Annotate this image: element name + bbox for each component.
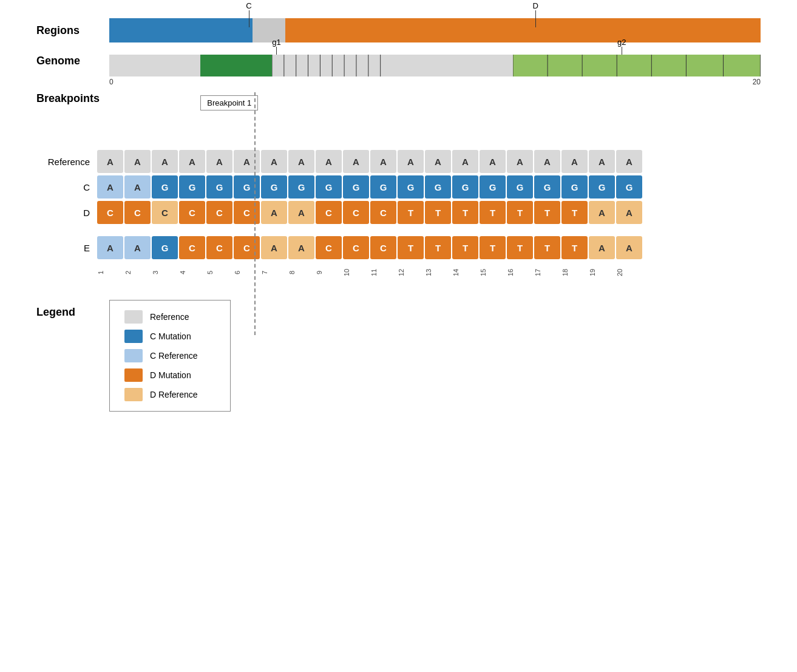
c-cell-10: G bbox=[343, 175, 369, 199]
legend-swatch-0 bbox=[124, 310, 143, 324]
legend-item-4: D Reference bbox=[124, 388, 215, 401]
genome-light-green-ticks bbox=[513, 55, 761, 76]
d-cell-17: T bbox=[534, 201, 560, 224]
e-cell-17: T bbox=[534, 236, 560, 259]
c-cell-11: G bbox=[370, 175, 396, 199]
ref-cell-14: A bbox=[452, 150, 478, 173]
position-labels: 1234567891011121314151617181920 bbox=[97, 263, 761, 282]
ref-cell-5: A bbox=[206, 150, 232, 173]
pos-label-5: 5 bbox=[206, 263, 232, 282]
pos-label-7: 7 bbox=[261, 263, 287, 282]
pos-label-3: 3 bbox=[152, 263, 178, 282]
pos-label-15: 15 bbox=[480, 263, 506, 282]
legend-item-1: C Mutation bbox=[124, 330, 215, 343]
e-cell-15: T bbox=[480, 236, 506, 259]
ref-cell-1: A bbox=[97, 150, 123, 173]
ref-cell-9: A bbox=[316, 150, 342, 173]
reference-label: Reference bbox=[36, 157, 97, 167]
pos-label-13: 13 bbox=[425, 263, 451, 282]
ref-cell-11: A bbox=[370, 150, 396, 173]
genome-dark-green bbox=[200, 55, 272, 76]
connectors-area: Breakpoints Breakpoint 1 .trap{fill:rgba… bbox=[109, 92, 761, 147]
d-cell-11: C bbox=[370, 201, 396, 224]
regions-bar bbox=[109, 18, 761, 42]
ref-cell-16: A bbox=[507, 150, 533, 173]
pos-label-12: 12 bbox=[398, 263, 424, 282]
ref-cell-4: A bbox=[179, 150, 205, 173]
pos-label-8: 8 bbox=[288, 263, 314, 282]
d-label: D bbox=[36, 208, 97, 218]
regions-bar-container: C D bbox=[109, 18, 761, 42]
e-cell-5: C bbox=[206, 236, 232, 259]
pos-label-2: 2 bbox=[124, 263, 151, 282]
legend-label-4: D Reference bbox=[150, 390, 198, 399]
e-cell-14: T bbox=[452, 236, 478, 259]
genome-light-green bbox=[513, 55, 761, 76]
ref-cell-6: A bbox=[234, 150, 260, 173]
d-cell-5: C bbox=[206, 201, 232, 224]
marker-c: C bbox=[246, 1, 251, 27]
legend-box: ReferenceC MutationC ReferenceD Mutation… bbox=[109, 300, 231, 412]
pos-label-4: 4 bbox=[179, 263, 205, 282]
legend-item-3: D Mutation bbox=[124, 368, 215, 382]
e-cell-16: T bbox=[507, 236, 533, 259]
d-cell-12: T bbox=[398, 201, 424, 224]
legend-item-2: C Reference bbox=[124, 349, 215, 362]
e-cell-4: C bbox=[179, 236, 205, 259]
pos-label-19: 19 bbox=[589, 263, 615, 282]
sequences-section: Reference AAAAAAAAAAAAAAAAAAAA C AAGGGGG… bbox=[36, 150, 761, 282]
legend-label-0: Reference bbox=[150, 312, 189, 322]
ref-cell-10: A bbox=[343, 150, 369, 173]
genome-ticks-wrapper: g1 g2 bbox=[109, 55, 761, 86]
legend-label-2: C Reference bbox=[150, 351, 198, 361]
pos-label-16: 16 bbox=[507, 263, 533, 282]
d-cell-8: A bbox=[288, 201, 314, 224]
c-cell-13: G bbox=[425, 175, 451, 199]
genome-gray-left bbox=[109, 55, 200, 76]
e-cell-18: T bbox=[561, 236, 588, 259]
d-cell-7: A bbox=[261, 201, 287, 224]
c-cells: AAGGGGGGGGGGGGGGGGGG bbox=[97, 175, 642, 199]
c-cell-6: G bbox=[234, 175, 260, 199]
c-cell-9: G bbox=[316, 175, 342, 199]
d-cell-20: A bbox=[616, 201, 642, 224]
ref-cell-2: A bbox=[124, 150, 151, 173]
c-cell-7: G bbox=[261, 175, 287, 199]
e-cell-7: A bbox=[261, 236, 287, 259]
c-cell-17: G bbox=[534, 175, 560, 199]
genome-end: 20 bbox=[753, 78, 761, 86]
breakpoints-label: Breakpoints bbox=[36, 92, 100, 105]
legend-swatch-1 bbox=[124, 330, 143, 343]
c-cell-8: G bbox=[288, 175, 314, 199]
pos-label-14: 14 bbox=[452, 263, 478, 282]
ref-cell-15: A bbox=[480, 150, 506, 173]
d-cell-19: A bbox=[589, 201, 615, 224]
ref-cell-12: A bbox=[398, 150, 424, 173]
pos-label-9: 9 bbox=[316, 263, 342, 282]
c-cell-2: A bbox=[124, 175, 151, 199]
e-row: E AAGCCCAACCCTTTTTTTAA bbox=[36, 236, 761, 259]
pos-label-11: 11 bbox=[370, 263, 396, 282]
regions-label: Regions bbox=[36, 24, 109, 37]
d-cells: CCCCCCAACCCTTTTTTTAA bbox=[97, 201, 642, 224]
c-cell-18: G bbox=[561, 175, 588, 199]
e-cell-12: T bbox=[398, 236, 424, 259]
d-cell-14: T bbox=[452, 201, 478, 224]
marker-d: D bbox=[532, 1, 538, 27]
breakpoint-1-box: Breakpoint 1 bbox=[200, 95, 258, 110]
e-cell-1: A bbox=[97, 236, 123, 259]
legend-swatch-3 bbox=[124, 368, 143, 382]
d-cell-18: T bbox=[561, 201, 588, 224]
d-cell-3: C bbox=[152, 201, 178, 224]
ref-cell-17: A bbox=[534, 150, 560, 173]
legend-label-3: D Mutation bbox=[150, 370, 191, 380]
legend-title: Legend bbox=[36, 300, 109, 319]
c-cell-3: G bbox=[152, 175, 178, 199]
c-cell-4: G bbox=[179, 175, 205, 199]
d-cell-13: T bbox=[425, 201, 451, 224]
c-cell-15: G bbox=[480, 175, 506, 199]
e-cell-11: C bbox=[370, 236, 396, 259]
ref-cell-8: A bbox=[288, 150, 314, 173]
legend-label-1: C Mutation bbox=[150, 331, 191, 341]
c-cell-12: G bbox=[398, 175, 424, 199]
